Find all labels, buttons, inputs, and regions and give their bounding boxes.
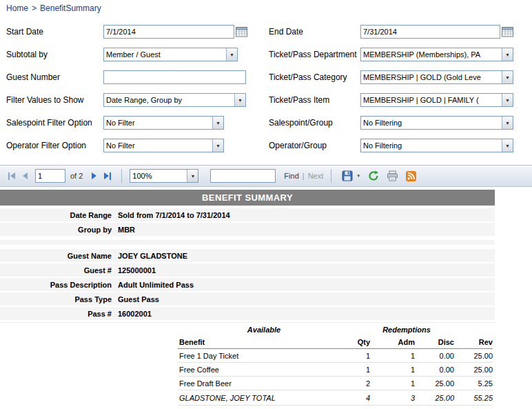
ticket-pass-department-select[interactable]: MEMBERSHIP (Memberships), PA ▼: [360, 48, 513, 61]
chevron-down-icon: ▼: [502, 139, 513, 152]
salespoint-group-select[interactable]: No Filtering ▼: [360, 116, 513, 130]
filter-values-label: Filter Values to Show: [6, 95, 103, 105]
end-date-input[interactable]: [360, 25, 500, 39]
field-label: Pass Type: [0, 295, 117, 303]
filter-values-select[interactable]: Date Range, Group by ▼: [103, 93, 246, 107]
cell-qty: 1: [303, 366, 370, 374]
cell-disc: 25.00: [415, 394, 454, 402]
refresh-icon[interactable]: [368, 170, 379, 181]
cell-qty: 1: [303, 352, 370, 360]
search-input[interactable]: [210, 169, 276, 183]
field-label: Group by: [0, 226, 117, 234]
column-header-adm: Adm: [370, 338, 415, 346]
cell-rev: 55.25: [454, 394, 493, 402]
zoom-value: 100%: [130, 170, 187, 182]
cell-disc: 25.00: [415, 379, 454, 388]
data-feed-icon[interactable]: [406, 171, 416, 181]
chevron-down-icon: ▼: [226, 48, 237, 61]
cell-adm: 3: [370, 394, 415, 402]
report-field-row: Pass Description Adult Unlimited Pass: [0, 278, 495, 291]
cell-adm: 1: [370, 379, 415, 388]
cell-rev: 25.00: [454, 352, 493, 360]
report-parameters: Start Date End Date Subtotal by Member /…: [0, 17, 532, 161]
report-viewer-toolbar: of 2 100% ▼ Find | Next ▼: [0, 165, 532, 187]
ticket-pass-category-select[interactable]: MEMBERSHIP | GOLD (Gold Leve ▼: [360, 70, 513, 84]
find-next-separator: |: [303, 172, 305, 180]
chevron-down-icon: ▼: [502, 48, 513, 61]
table-row: Free 1 Day Ticket 1 1 0.00 25.00: [178, 349, 493, 363]
field-value: 125000001: [117, 266, 156, 275]
calendar-icon[interactable]: [502, 26, 513, 37]
salespoint-filter-label: Salespoint Filter Option: [6, 118, 103, 128]
start-date-label: Start Date: [6, 27, 103, 37]
start-date-input[interactable]: [103, 25, 234, 39]
ticket-pass-item-value: MEMBERSHIP | GOLD | FAMILY (: [361, 94, 502, 106]
cell-disc: 0.00: [415, 366, 454, 374]
salespoint-filter-select[interactable]: No Filter ▼: [103, 116, 224, 130]
first-page-button[interactable]: [8, 172, 15, 180]
filter-values-value: Date Range, Group by: [104, 94, 234, 106]
last-page-button[interactable]: [104, 172, 111, 180]
chevron-down-icon: ▼: [212, 117, 223, 129]
breadcrumb-page-link[interactable]: BenefitSummary: [40, 3, 101, 13]
next-page-button[interactable]: [92, 172, 96, 179]
operator-filter-value: No Filter: [104, 139, 212, 152]
toolbar-divider: [331, 169, 331, 183]
cell-qty: 2: [303, 379, 370, 388]
report-field-row: Date Range Sold from 7/1/2014 to 7/31/20…: [0, 208, 495, 221]
cell-benefit: Free Coffee: [178, 366, 303, 374]
print-icon[interactable]: [387, 170, 398, 181]
cell-adm: 1: [370, 352, 415, 360]
ticket-pass-category-value: MEMBERSHIP | GOLD (Gold Leve: [361, 71, 502, 83]
subtotal-by-select[interactable]: Member / Guest ▼: [103, 48, 238, 61]
chevron-down-icon: ▼: [502, 94, 513, 106]
page-number-input[interactable]: [35, 169, 65, 183]
find-next-link[interactable]: Next: [308, 172, 324, 180]
cell-benefit: GLADSTONE, JOEY TOTAL: [178, 394, 303, 402]
report-field-row: Pass # 16002001: [0, 307, 495, 320]
chevron-down-icon: ▼: [234, 94, 245, 106]
field-value: 16002001: [117, 310, 152, 318]
breadcrumb: Home > BenefitSummary: [0, 0, 532, 17]
previous-page-button[interactable]: [23, 172, 28, 179]
calendar-icon[interactable]: [236, 26, 247, 37]
field-value: MBR: [117, 226, 135, 234]
operator-filter-label: Operator Filter Option: [6, 141, 103, 150]
find-link[interactable]: Find: [284, 172, 298, 180]
salespoint-filter-value: No Filter: [104, 117, 212, 129]
chevron-down-icon: ▼: [502, 117, 513, 129]
chevron-down-icon: ▼: [502, 71, 513, 83]
group-header-redemptions: Redemptions: [360, 326, 453, 334]
field-value: Sold from 7/1/2014 to 7/31/2014: [117, 211, 230, 219]
operator-group-select[interactable]: No Filtering ▼: [360, 139, 513, 152]
chevron-down-icon: ▼: [212, 139, 223, 152]
cell-benefit: Free Draft Beer: [178, 379, 303, 388]
group-header-available: Available: [219, 326, 309, 334]
chevron-down-icon: ▼: [187, 170, 198, 182]
table-total-row: GLADSTONE, JOEY TOTAL 4 3 25.00 55.25: [178, 390, 493, 406]
ticket-pass-item-label: Ticket/Pass Item: [269, 95, 360, 105]
report-field-row: Pass Type Guest Pass: [0, 292, 495, 306]
zoom-select[interactable]: 100% ▼: [130, 169, 198, 183]
field-label: Guest Name: [0, 252, 117, 260]
benefit-table: Available Redemptions Benefit Qty Adm Di…: [178, 324, 493, 406]
ticket-pass-item-select[interactable]: MEMBERSHIP | GOLD | FAMILY ( ▼: [360, 93, 513, 107]
cell-adm: 1: [370, 366, 415, 374]
column-header-disc: Disc: [415, 338, 454, 346]
field-label: Date Range: [0, 211, 117, 219]
guest-number-input[interactable]: [103, 70, 246, 84]
export-menu-chevron-icon[interactable]: ▼: [356, 174, 360, 178]
operator-filter-select[interactable]: No Filter ▼: [103, 139, 224, 152]
cell-disc: 0.00: [415, 352, 454, 360]
export-save-icon[interactable]: [342, 170, 353, 181]
operator-group-label: Operator/Group: [269, 141, 360, 150]
table-header-row: Benefit Qty Adm Disc Rev: [178, 336, 493, 349]
column-header-qty: Qty: [303, 338, 370, 346]
report-title: BENEFIT SUMMARY: [0, 190, 495, 206]
breadcrumb-home-link[interactable]: Home: [6, 3, 28, 13]
table-row: Free Coffee 1 1 0.00 25.00: [178, 363, 493, 377]
table-row: Free Draft Beer 2 1 25.00 5.25: [178, 377, 493, 390]
field-value: Adult Unlimited Pass: [117, 281, 194, 289]
breadcrumb-separator: >: [32, 3, 37, 13]
ticket-pass-department-value: MEMBERSHIP (Memberships), PA: [361, 48, 502, 61]
